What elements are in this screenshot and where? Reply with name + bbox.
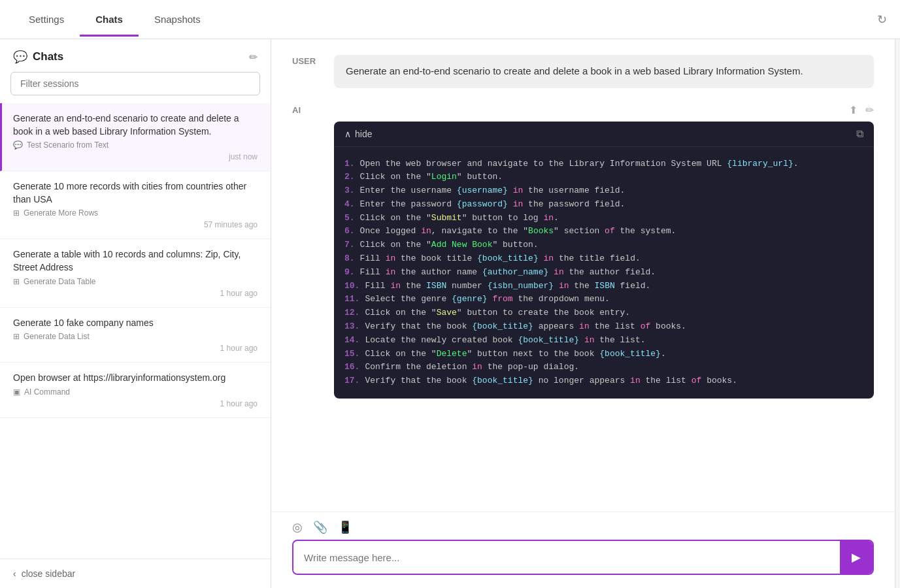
code-block: ∧ hide ⧉ 1.Open the web browser and navi… bbox=[334, 122, 874, 399]
user-role-label: USER bbox=[292, 55, 324, 88]
ai-message-content: ⬆ ✏ ∧ hide ⧉ 1.Open the web browser a bbox=[334, 104, 874, 399]
chevron-up-icon: ∧ bbox=[344, 129, 351, 139]
chat-area: USER Generate an end-to-end scenario to … bbox=[271, 39, 895, 588]
session-type-icon: ⊞ bbox=[13, 208, 20, 218]
chat-input-area: ◎ 📎 📱 ▶ bbox=[271, 512, 895, 588]
copy-icon[interactable]: ⧉ bbox=[856, 128, 863, 140]
hide-label: hide bbox=[355, 129, 372, 139]
session-title: Open browser at https://libraryinformati… bbox=[13, 372, 258, 385]
session-type-icon: ⊞ bbox=[13, 277, 20, 286]
sessions-list: Generate an end-to-end scenario to creat… bbox=[0, 103, 271, 559]
session-meta: ⊞ Generate Data Table bbox=[13, 277, 258, 286]
close-sidebar-label: close sidebar bbox=[22, 568, 76, 579]
device-icon[interactable]: 📱 bbox=[338, 520, 352, 534]
sidebar-header: 💬 Chats ✏ bbox=[0, 39, 271, 72]
session-title: Generate an end-to-end scenario to creat… bbox=[13, 112, 258, 138]
chat-input-toolbar: ◎ 📎 📱 bbox=[292, 520, 874, 534]
code-block-body: 1.Open the web browser and navigate to t… bbox=[334, 147, 874, 399]
main-layout: 💬 Chats ✏ Generate an end-to-end scenari… bbox=[0, 39, 900, 588]
close-sidebar-button[interactable]: ‹ close sidebar bbox=[0, 559, 271, 588]
session-item[interactable]: Generate 10 more records with cities fro… bbox=[0, 171, 271, 239]
chat-messages: USER Generate an end-to-end scenario to … bbox=[271, 39, 895, 512]
session-meta: 💬 Test Scenario from Text bbox=[13, 140, 258, 150]
tab-chats[interactable]: Chats bbox=[80, 2, 139, 37]
session-time: just now bbox=[13, 152, 258, 161]
send-button[interactable]: ▶ bbox=[840, 541, 873, 574]
refresh-button[interactable]: ↻ bbox=[877, 12, 887, 27]
session-type-icon: ⊞ bbox=[13, 332, 20, 341]
ai-message-actions: ⬆ ✏ bbox=[334, 104, 874, 116]
session-time: 57 minutes ago bbox=[13, 220, 258, 229]
session-meta-label: AI Command bbox=[24, 387, 70, 397]
user-message-content: Generate an end-to-end scenario to creat… bbox=[334, 55, 874, 88]
top-navigation: Settings Chats Snapshots ↻ bbox=[0, 0, 900, 39]
session-title: Generate 10 more records with cities fro… bbox=[13, 180, 258, 206]
new-chat-icon[interactable]: ✏ bbox=[249, 51, 258, 63]
session-meta: ▣ AI Command bbox=[13, 387, 258, 397]
filter-section bbox=[0, 72, 271, 103]
session-type-icon: ▣ bbox=[13, 387, 20, 397]
chat-icon: 💬 bbox=[13, 50, 27, 64]
tab-settings[interactable]: Settings bbox=[13, 2, 80, 37]
session-item[interactable]: Open browser at https://libraryinformati… bbox=[0, 363, 271, 418]
share-icon[interactable]: ⬆ bbox=[849, 104, 858, 116]
user-message-box: Generate an end-to-end scenario to creat… bbox=[334, 55, 874, 88]
session-time: 1 hour ago bbox=[13, 289, 258, 298]
session-title: Generate a table with 10 records and col… bbox=[13, 248, 258, 274]
chat-input-row: ▶ bbox=[292, 540, 874, 575]
right-scrollbar bbox=[895, 39, 900, 588]
session-meta-label: Generate Data Table bbox=[24, 277, 96, 286]
session-meta-label: Generate Data List bbox=[24, 332, 90, 341]
sidebar: 💬 Chats ✏ Generate an end-to-end scenari… bbox=[0, 39, 271, 588]
message-input[interactable] bbox=[293, 543, 840, 572]
attach-icon[interactable]: 📎 bbox=[313, 520, 327, 534]
session-meta-label: Generate More Rows bbox=[24, 208, 98, 218]
filter-input[interactable] bbox=[10, 72, 260, 95]
session-item[interactable]: Generate an end-to-end scenario to creat… bbox=[0, 103, 271, 171]
sidebar-title: 💬 Chats bbox=[13, 50, 63, 64]
target-icon[interactable]: ◎ bbox=[292, 520, 303, 534]
session-item[interactable]: Generate 10 fake company names ⊞ Generat… bbox=[0, 308, 271, 363]
session-type-icon: 💬 bbox=[13, 140, 23, 150]
session-meta: ⊞ Generate More Rows bbox=[13, 208, 258, 218]
session-title: Generate 10 fake company names bbox=[13, 317, 258, 330]
tab-snapshots[interactable]: Snapshots bbox=[139, 2, 216, 37]
code-block-header: ∧ hide ⧉ bbox=[334, 122, 874, 147]
session-meta-label: Test Scenario from Text bbox=[27, 140, 108, 150]
session-item[interactable]: Generate a table with 10 records and col… bbox=[0, 239, 271, 307]
ai-message-row: AI ⬆ ✏ ∧ hide ⧉ bbox=[292, 104, 874, 399]
chevron-left-icon: ‹ bbox=[13, 568, 16, 579]
code-block-toggle[interactable]: ∧ hide bbox=[344, 129, 372, 139]
session-time: 1 hour ago bbox=[13, 399, 258, 408]
user-message-row: USER Generate an end-to-end scenario to … bbox=[292, 55, 874, 88]
ai-role-label: AI bbox=[292, 104, 324, 399]
session-meta: ⊞ Generate Data List bbox=[13, 332, 258, 341]
session-time: 1 hour ago bbox=[13, 344, 258, 353]
edit-icon[interactable]: ✏ bbox=[865, 104, 874, 116]
